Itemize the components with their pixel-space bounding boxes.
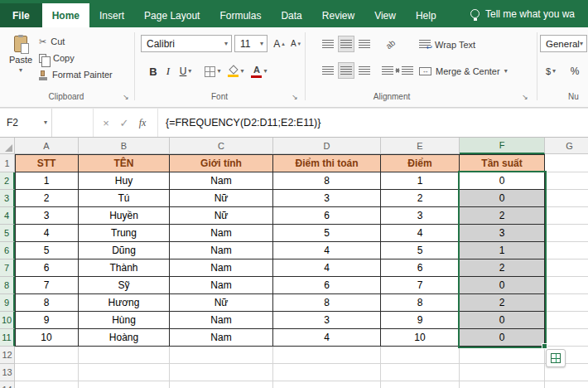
cell-C7[interactable]: Nam [170,259,273,277]
alignment-dialog-launcher[interactable]: ↘ [520,92,530,102]
cell-E7[interactable]: 6 [381,259,460,277]
cell-E8[interactable]: 7 [381,277,460,294]
cell-B7[interactable]: Thành [79,259,170,277]
cell-B3[interactable]: Tú [79,190,170,207]
cell-F11[interactable]: 0 [460,329,545,347]
bold-button[interactable]: B [146,62,161,80]
cell-C4[interactable]: Nữ [170,207,273,225]
tab-home[interactable]: Home [42,3,89,27]
cell-B11[interactable]: Hoàng [79,329,170,347]
row-header-4[interactable]: 4 [0,207,15,225]
row-header-5[interactable]: 5 [0,225,15,242]
row-header-3[interactable]: 3 [0,190,15,207]
cut-button[interactable]: ✂ Cut [39,34,65,49]
decrease-font-button[interactable]: A ▾ [287,35,304,52]
cell-A4[interactable]: 3 [15,207,79,225]
percent-style-button[interactable]: % [566,62,583,80]
cell-D7[interactable]: 4 [273,259,381,277]
cell-C1[interactable]: Giới tính [170,154,273,172]
column-header-D[interactable]: D [273,138,381,154]
tab-file[interactable]: File [0,3,42,27]
cell-E6[interactable]: 5 [381,242,460,259]
cell-D11[interactable]: 4 [273,329,381,347]
cell-A14[interactable] [15,381,79,388]
cell-D14[interactable] [273,381,381,388]
cell-G7[interactable] [545,259,588,277]
cell-A1[interactable]: STT [15,154,79,172]
enter-button[interactable]: ✓ [116,109,133,137]
cell-G2[interactable] [545,172,588,190]
column-header-F[interactable]: F [460,138,545,154]
align-center-button[interactable] [338,62,354,79]
cell-D13[interactable] [273,364,381,381]
cell-A9[interactable]: 8 [15,294,79,312]
wrap-text-button[interactable]: ↩ Wrap Text [419,36,475,53]
cell-C9[interactable]: Nữ [170,294,273,312]
cell-F13[interactable] [460,364,545,381]
font-name-select[interactable]: Calibri ▾ [141,35,232,52]
font-color-button[interactable]: A ▾ [248,62,270,80]
row-header-11[interactable]: 11 [0,329,15,347]
borders-button[interactable]: ▾ [202,62,224,80]
increase-indent-button[interactable] [399,62,416,79]
cell-A13[interactable] [15,364,79,381]
align-bottom-button[interactable] [356,36,373,52]
merge-center-button[interactable]: ↔ Merge & Center ▾ [419,62,508,80]
cell-B14[interactable] [79,381,170,388]
cell-C11[interactable]: Nam [170,329,273,347]
align-left-button[interactable] [320,62,336,79]
row-header-6[interactable]: 6 [0,242,15,259]
cell-E3[interactable]: 2 [381,190,460,207]
cell-A5[interactable]: 4 [15,225,79,242]
cell-E5[interactable]: 4 [381,225,460,242]
align-top-button[interactable] [320,36,336,52]
cell-B10[interactable]: Hùng [79,312,170,329]
cell-D5[interactable]: 5 [273,225,381,242]
cell-F14[interactable] [460,381,545,388]
cell-A8[interactable]: 7 [15,277,79,294]
row-header-8[interactable]: 8 [0,277,15,294]
column-header-E[interactable]: E [381,138,460,154]
underline-button[interactable]: U ▾ [176,62,195,80]
cell-G10[interactable] [545,312,588,329]
cell-G14[interactable] [545,381,588,388]
cell-A11[interactable]: 10 [15,329,79,347]
cell-G11[interactable] [545,329,588,347]
cell-E13[interactable] [381,364,460,381]
fill-color-button[interactable]: ▾ [225,62,247,80]
column-header-B[interactable]: B [79,138,170,154]
cell-E2[interactable]: 1 [381,172,460,190]
cell-D2[interactable]: 8 [273,172,381,190]
cell-G8[interactable] [545,277,588,294]
cell-D3[interactable]: 3 [273,190,381,207]
align-right-button[interactable] [356,62,373,79]
select-all-corner[interactable] [0,138,15,154]
cell-A7[interactable]: 6 [15,259,79,277]
cell-B2[interactable]: Huy [79,172,170,190]
cell-E4[interactable]: 3 [381,207,460,225]
tab-page-layout[interactable]: Page Layout [134,3,210,27]
cell-D12[interactable] [273,347,381,364]
cell-F6[interactable]: 1 [460,242,545,259]
name-box[interactable]: F2 ▾ [0,109,52,137]
font-size-select[interactable]: 11 ▾ [234,35,267,52]
cell-B6[interactable]: Dũng [79,242,170,259]
paste-button[interactable]: Paste ▾ [5,32,36,88]
cell-G6[interactable] [545,242,588,259]
cell-C5[interactable]: Nam [170,225,273,242]
cell-F3[interactable]: 0 [460,190,545,207]
cell-G1[interactable] [545,154,588,172]
cell-E14[interactable] [381,381,460,388]
cancel-button[interactable]: × [98,109,114,137]
cell-F9[interactable]: 2 [460,294,545,312]
cell-D8[interactable]: 6 [273,277,381,294]
cell-B9[interactable]: Hương [79,294,170,312]
quick-analysis-button[interactable] [546,349,566,367]
cell-C12[interactable] [170,347,273,364]
cell-C10[interactable]: Nam [170,312,273,329]
tell-me-box[interactable]: Tell me what you wa [470,0,575,27]
row-header-1[interactable]: 1 [0,154,15,172]
cell-B5[interactable]: Trung [79,225,170,242]
align-middle-button[interactable] [338,36,354,52]
tab-help[interactable]: Help [406,3,446,27]
